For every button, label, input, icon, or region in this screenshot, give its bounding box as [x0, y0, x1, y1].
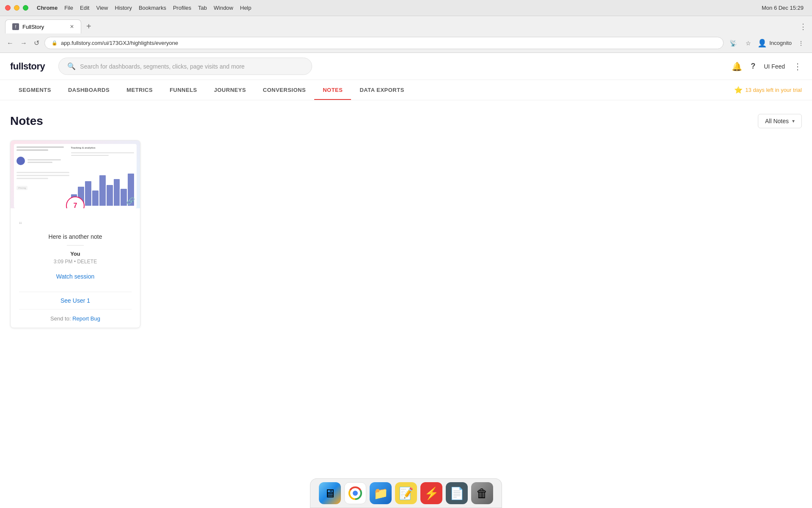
ui-feed-button[interactable]: UI Feed	[764, 63, 785, 70]
see-user-link[interactable]: See User 1	[19, 297, 132, 304]
nav-actions: 📡 ☆ 👤 Incognito ⋮	[727, 37, 807, 49]
preview-left-panel: Pricing	[16, 146, 69, 206]
nav-metrics[interactable]: METRICS	[118, 80, 161, 100]
send-prefix: Send to:	[50, 315, 72, 322]
badge-number: 7	[74, 202, 77, 208]
dock-trash[interactable]: 🗑	[471, 482, 493, 504]
chart-bar-3	[85, 181, 91, 206]
menu-help[interactable]: Help	[240, 5, 252, 11]
menu-edit[interactable]: Edit	[80, 5, 89, 11]
main-content: Notes All Notes ▾	[0, 100, 812, 342]
system-time: Mon 6 Dec 15:29	[762, 5, 804, 11]
preview-chart-title: Tracking & analytics	[71, 146, 134, 149]
dock-chrome[interactable]	[344, 482, 366, 504]
back-button[interactable]: ←	[5, 38, 15, 49]
window-controls[interactable]	[5, 5, 28, 11]
preview-line-2	[16, 149, 48, 151]
menu-profiles[interactable]: Profiles	[173, 5, 191, 11]
quote-icon: “	[19, 220, 132, 230]
link-icon[interactable]: 🔗	[126, 197, 135, 205]
forward-button[interactable]: →	[19, 38, 29, 49]
browser-chrome: f FullStory ✕ + ⋮ ← → ↺ 🔒 app.fullstory.…	[0, 16, 812, 53]
bell-icon[interactable]: 🔔	[732, 61, 742, 72]
watch-session-link[interactable]: Watch session	[19, 273, 132, 280]
bookmark-icon[interactable]: ☆	[742, 37, 754, 49]
preview-chart-line-1	[71, 152, 134, 153]
url-bar[interactable]: 🔒 app.fullstory.com/ui/173GXJ/highlights…	[44, 37, 724, 49]
more-icon[interactable]: ⋮	[795, 37, 807, 49]
note-card: Pricing Tracking & analytics	[10, 140, 140, 328]
preview-text-lines	[27, 159, 69, 163]
trial-notice: ⭐ 13 days left in your trial	[734, 86, 802, 94]
dock-notes[interactable]: 📝	[395, 482, 417, 504]
note-author: You	[19, 251, 132, 257]
search-placeholder: Search for dashboards, segments, clicks,…	[80, 63, 244, 70]
dock-app2[interactable]: 📄	[446, 482, 468, 504]
menu-window[interactable]: Window	[214, 5, 233, 11]
delete-button[interactable]: DELETE	[77, 259, 97, 265]
preview-icon-row	[16, 157, 69, 165]
preview-right-panel: Tracking & analytics	[71, 146, 134, 206]
menu-history[interactable]: History	[115, 5, 132, 11]
dock-folder[interactable]: 📁	[370, 482, 392, 504]
star-icon: ⭐	[734, 86, 743, 94]
address-bar: ← → ↺ 🔒 app.fullstory.com/ui/173GXJ/high…	[0, 33, 812, 52]
preview-chart-line-2	[71, 155, 109, 156]
mac-titlebar: Chrome File Edit View History Bookmarks …	[0, 0, 812, 16]
note-send-row: Send to: Report Bug	[11, 309, 140, 328]
menu-chrome[interactable]: Chrome	[37, 5, 58, 11]
nav-dashboards[interactable]: DASHBOARDS	[60, 80, 118, 100]
incognito-button[interactable]: 👤 Incognito	[757, 39, 792, 48]
note-divider	[67, 245, 84, 246]
note-time: 3:09 PM	[54, 259, 73, 265]
url-text: app.fullstory.com/ui/173GXJ/highlights/e…	[61, 40, 178, 46]
nav-data-exports[interactable]: DATA EXPORTS	[351, 80, 412, 100]
all-notes-filter[interactable]: All Notes ▾	[758, 114, 802, 128]
nav-segments[interactable]: SEGMENTS	[10, 80, 60, 100]
preview-desc-2	[16, 175, 69, 176]
nav-notes[interactable]: NOTES	[314, 80, 351, 100]
lock-icon: 🔒	[52, 40, 58, 46]
menu-bookmarks[interactable]: Bookmarks	[139, 5, 166, 11]
page-header: Notes All Notes ▾	[10, 114, 802, 128]
header-actions: 🔔 ? UI Feed ⋮	[732, 61, 802, 72]
preview-circle-icon	[16, 157, 25, 165]
chart-bar-8	[121, 189, 127, 206]
dock-finder[interactable]: 🖥	[319, 482, 341, 504]
nav-funnels[interactable]: FUNNELS	[161, 80, 206, 100]
dock-app1[interactable]: ⚡	[420, 482, 442, 504]
chart-bar-4	[92, 190, 99, 206]
app-logo: fullstory	[10, 61, 45, 72]
note-preview: Pricing Tracking & analytics	[11, 141, 140, 208]
help-icon[interactable]: ?	[751, 62, 755, 71]
maximize-button[interactable]	[23, 5, 28, 11]
new-tab-button[interactable]: +	[83, 20, 95, 33]
preview-desc-3	[16, 178, 48, 179]
nav-items: SEGMENTS DASHBOARDS METRICS FUNNELS JOUR…	[10, 80, 413, 100]
search-bar[interactable]: 🔍 Search for dashboards, segments, click…	[58, 58, 312, 75]
cast-icon[interactable]: 📡	[727, 37, 739, 49]
minimize-button[interactable]	[14, 5, 19, 11]
search-icon: 🔍	[67, 62, 76, 70]
report-bug-link[interactable]: Report Bug	[72, 315, 100, 322]
tab-expand-button[interactable]: ⋮	[799, 22, 807, 31]
browser-tab[interactable]: f FullStory ✕	[5, 19, 81, 33]
menu-tab[interactable]: Tab	[198, 5, 207, 11]
mac-menu: Chrome File Edit View History Bookmarks …	[37, 5, 251, 11]
trial-text: 13 days left in your trial	[745, 87, 802, 93]
more-options-icon[interactable]: ⋮	[793, 61, 802, 72]
menu-file[interactable]: File	[64, 5, 73, 11]
app-header: fullstory 🔍 Search for dashboards, segme…	[0, 53, 812, 80]
nav-journeys[interactable]: JOURNEYS	[206, 80, 255, 100]
tab-close-button[interactable]: ✕	[70, 24, 74, 30]
page-title: Notes	[10, 114, 43, 128]
nav-conversions[interactable]: CONVERSIONS	[255, 80, 315, 100]
reload-button[interactable]: ↺	[32, 37, 41, 49]
chart-bar-7	[114, 179, 120, 206]
chart-bar-5	[99, 175, 106, 206]
menu-view[interactable]: View	[96, 5, 108, 11]
chevron-down-icon: ▾	[792, 118, 795, 124]
close-button[interactable]	[5, 5, 11, 11]
preview-tag: Pricing	[16, 186, 27, 190]
tab-title: FullStory	[22, 24, 44, 30]
